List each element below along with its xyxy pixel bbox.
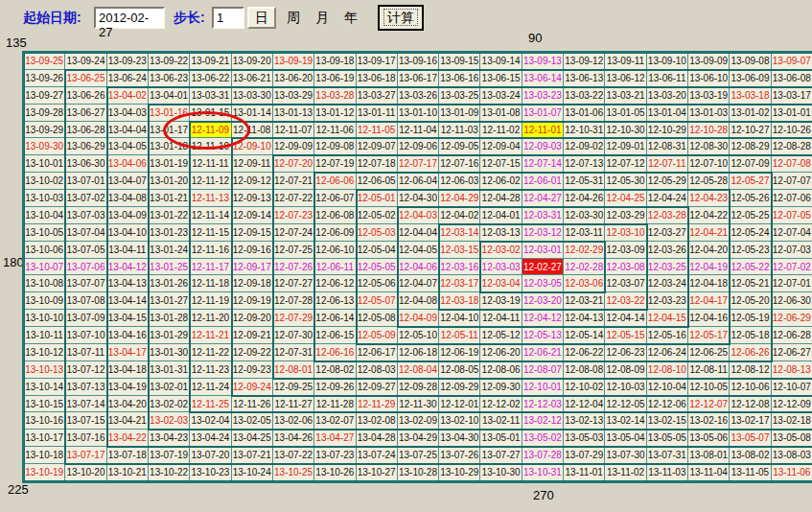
- date-cell[interactable]: 13-06-20: [273, 70, 314, 87]
- date-cell[interactable]: 12-06-09: [314, 224, 356, 242]
- unit-button-month[interactable]: 月: [315, 10, 329, 27]
- date-cell[interactable]: 13-01-06: [564, 105, 605, 122]
- date-cell[interactable]: 12-06-03: [439, 173, 480, 190]
- date-cell[interactable]: 13-04-12: [107, 259, 149, 276]
- date-cell[interactable]: 13-01-30: [149, 344, 190, 361]
- date-cell[interactable]: 12-05-17: [688, 327, 730, 344]
- date-cell[interactable]: 12-03-09: [605, 242, 646, 259]
- date-cell[interactable]: 13-01-25: [149, 259, 190, 276]
- date-cell[interactable]: 12-11-30: [398, 396, 439, 413]
- date-cell[interactable]: 12-09-27: [357, 379, 398, 396]
- date-cell[interactable]: 13-04-06: [107, 155, 149, 173]
- date-cell[interactable]: 12-09-01: [605, 138, 646, 155]
- date-cell[interactable]: 12-11-03: [439, 122, 480, 139]
- date-cell[interactable]: 13-02-08: [357, 412, 398, 430]
- date-cell[interactable]: 12-11-21: [190, 327, 231, 344]
- date-cell[interactable]: 12-07-25: [273, 242, 314, 259]
- date-cell[interactable]: 13-11-04: [688, 464, 730, 481]
- date-cell[interactable]: 12-08-07: [522, 361, 564, 379]
- date-cell[interactable]: 12-04-17: [688, 292, 730, 310]
- date-cell[interactable]: 12-05-27: [730, 173, 771, 190]
- date-cell[interactable]: 12-09-17: [232, 259, 273, 276]
- date-cell[interactable]: 13-11-03: [647, 464, 688, 481]
- date-cell[interactable]: 12-09-03: [522, 138, 564, 155]
- date-cell[interactable]: 12-05-26: [730, 190, 771, 207]
- date-cell[interactable]: 13-05-03: [564, 430, 605, 447]
- date-cell[interactable]: 13-09-13: [522, 53, 564, 70]
- date-cell[interactable]: 13-10-14: [24, 379, 65, 396]
- date-cell[interactable]: 13-01-12: [314, 105, 356, 122]
- date-cell[interactable]: 12-12-04: [564, 396, 605, 413]
- date-cell[interactable]: 13-04-03: [107, 105, 149, 122]
- date-cell[interactable]: 13-06-28: [65, 122, 106, 139]
- date-cell[interactable]: 13-04-18: [107, 361, 149, 379]
- date-cell[interactable]: 13-10-19: [24, 464, 65, 481]
- date-cell[interactable]: 12-08-01: [273, 361, 314, 379]
- date-cell[interactable]: 13-07-28: [522, 447, 564, 464]
- date-cell[interactable]: 13-06-27: [65, 105, 106, 122]
- date-cell[interactable]: 12-03-01: [522, 242, 564, 259]
- date-cell[interactable]: 13-07-23: [314, 447, 356, 464]
- date-cell[interactable]: 12-07-05: [772, 207, 812, 224]
- date-cell[interactable]: 13-07-01: [65, 173, 106, 190]
- date-cell[interactable]: 13-04-05: [107, 138, 149, 155]
- date-cell[interactable]: 13-09-15: [439, 53, 480, 70]
- date-cell[interactable]: 13-02-14: [605, 412, 646, 430]
- date-cell[interactable]: 12-11-28: [314, 396, 356, 413]
- date-cell[interactable]: 13-10-29: [439, 464, 480, 481]
- date-cell[interactable]: 12-06-15: [314, 327, 356, 344]
- date-cell[interactable]: 12-04-16: [688, 310, 730, 327]
- date-cell[interactable]: 13-09-30: [24, 138, 65, 155]
- date-cell[interactable]: 13-04-29: [398, 430, 439, 447]
- date-cell[interactable]: 13-01-24: [149, 242, 190, 259]
- date-cell[interactable]: 13-11-05: [730, 464, 771, 481]
- date-cell[interactable]: 12-10-27: [730, 122, 771, 139]
- highlighted-date-cell[interactable]: 12-11-01: [522, 122, 564, 139]
- date-cell[interactable]: 12-07-01: [772, 275, 812, 292]
- date-cell[interactable]: 12-12-09: [772, 396, 812, 413]
- date-cell[interactable]: 12-03-07: [605, 275, 646, 292]
- date-cell[interactable]: 12-03-20: [522, 292, 564, 310]
- date-cell[interactable]: 12-03-23: [647, 292, 688, 310]
- date-cell[interactable]: 13-07-12: [65, 361, 106, 379]
- date-cell[interactable]: 13-03-30: [232, 87, 273, 105]
- date-cell[interactable]: 12-05-01: [357, 190, 398, 207]
- date-cell[interactable]: 12-04-02: [439, 207, 480, 224]
- date-cell[interactable]: 13-01-20: [149, 173, 190, 190]
- date-cell[interactable]: 12-06-13: [314, 292, 356, 310]
- date-cell[interactable]: 13-01-26: [149, 275, 190, 292]
- date-cell[interactable]: 12-10-02: [564, 379, 605, 396]
- date-cell[interactable]: 13-10-05: [24, 224, 65, 242]
- date-cell[interactable]: 13-01-02: [730, 105, 771, 122]
- date-cell[interactable]: 12-08-04: [398, 361, 439, 379]
- date-cell[interactable]: 12-07-11: [647, 155, 688, 173]
- date-cell[interactable]: 12-11-12: [190, 173, 231, 190]
- date-cell[interactable]: 12-03-18: [439, 292, 480, 310]
- date-cell[interactable]: 13-04-30: [439, 430, 480, 447]
- date-cell[interactable]: 12-05-20: [730, 292, 771, 310]
- date-cell[interactable]: 12-11-25: [190, 396, 231, 413]
- date-cell[interactable]: 13-09-11: [605, 53, 646, 70]
- date-cell[interactable]: 12-05-15: [605, 327, 646, 344]
- date-cell[interactable]: 13-01-01: [772, 105, 812, 122]
- date-cell[interactable]: 13-10-22: [149, 464, 190, 481]
- date-cell[interactable]: 12-03-25: [647, 259, 688, 276]
- date-cell[interactable]: 12-09-02: [564, 138, 605, 155]
- date-cell[interactable]: 12-07-07: [772, 173, 812, 190]
- date-cell[interactable]: 12-11-14: [190, 207, 231, 224]
- date-cell[interactable]: 13-04-01: [149, 87, 190, 105]
- date-cell[interactable]: 12-04-07: [398, 275, 439, 292]
- date-cell[interactable]: 13-10-23: [190, 464, 231, 481]
- calculate-button[interactable]: 计算: [378, 5, 424, 31]
- date-cell[interactable]: 12-11-29: [357, 396, 398, 413]
- date-cell[interactable]: 13-01-07: [522, 105, 564, 122]
- date-cell[interactable]: 12-04-13: [564, 310, 605, 327]
- date-cell[interactable]: 13-06-14: [522, 70, 564, 87]
- date-cell[interactable]: 13-01-09: [439, 105, 480, 122]
- date-cell[interactable]: 12-07-02: [772, 259, 812, 276]
- date-cell[interactable]: 12-12-08: [730, 396, 771, 413]
- date-cell[interactable]: 13-10-30: [480, 464, 522, 481]
- date-cell[interactable]: 12-11-27: [273, 396, 314, 413]
- date-cell[interactable]: 12-03-26: [647, 242, 688, 259]
- date-cell[interactable]: 13-02-04: [190, 412, 231, 430]
